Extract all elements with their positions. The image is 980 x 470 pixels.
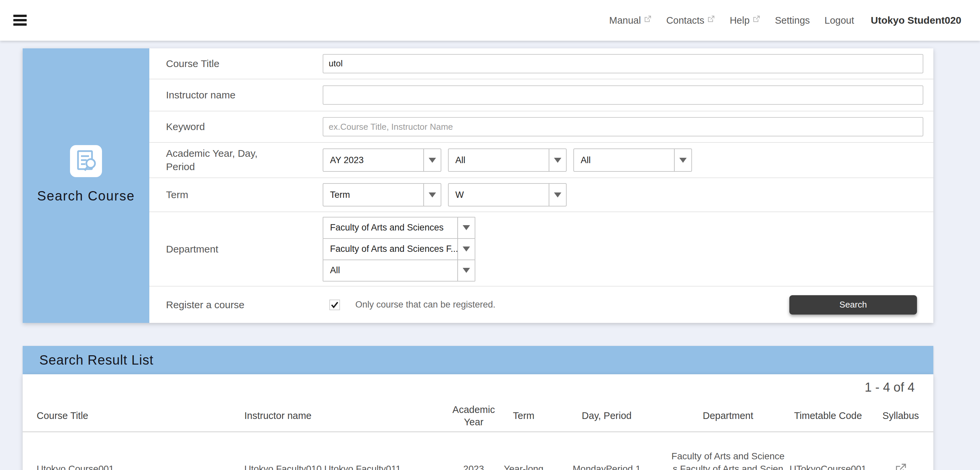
syllabus-link[interactable] <box>868 463 933 470</box>
col-timetable-code: Timetable Code <box>788 409 868 422</box>
form-row-ay-day-period: Academic Year, Day, Period AY 2023 All A… <box>150 143 933 178</box>
topbar: Manual Contacts Help Settings Logout Uto… <box>0 0 980 41</box>
department-value-2: Faculty of Arts and Sciences F... <box>323 244 457 254</box>
col-syllabus: Syllabus <box>868 409 933 422</box>
department-select-1[interactable]: Faculty of Arts and Sciences <box>323 217 475 239</box>
register-label: Register a course <box>166 298 269 312</box>
academic-year-value: AY 2023 <box>323 155 423 166</box>
nav-settings[interactable]: Settings <box>775 15 810 26</box>
chevron-down-icon <box>549 184 566 206</box>
col-term: Term <box>502 409 545 422</box>
panel-title: Search Course <box>23 188 150 204</box>
external-link-icon <box>752 15 760 23</box>
nav-logout-label: Logout <box>825 15 854 26</box>
nav-contacts-label: Contacts <box>667 15 704 26</box>
col-course-title: Course Title <box>23 409 244 422</box>
nav-contacts[interactable]: Contacts <box>667 15 715 26</box>
form-row-term: Term Term W <box>150 178 933 212</box>
menu-icon[interactable] <box>13 15 27 25</box>
col-department: Department <box>668 409 788 422</box>
term-label: Term <box>166 188 269 201</box>
external-link-icon <box>644 15 652 23</box>
form-row-course-title: Course Title <box>150 48 933 80</box>
department-select-3[interactable]: All <box>323 260 475 282</box>
day-select[interactable]: All <box>448 148 567 172</box>
term-type-select[interactable]: Term <box>323 183 441 207</box>
chevron-down-icon <box>457 239 475 260</box>
period-select[interactable]: All <box>573 148 692 172</box>
check-icon <box>330 301 339 309</box>
nav-logout[interactable]: Logout <box>825 15 854 26</box>
department-value-3: All <box>323 265 457 276</box>
cell-academic-year: 2023 <box>445 463 502 470</box>
course-title-label: Course Title <box>166 57 269 70</box>
search-course-panel: Search Course <box>23 48 150 323</box>
chevron-down-icon <box>423 184 441 206</box>
term-value: W <box>449 190 549 200</box>
external-link-icon <box>894 463 907 470</box>
form-row-department: Department Faculty of Arts and Sciences … <box>150 212 933 287</box>
chevron-down-icon <box>457 217 475 238</box>
keyword-label: Keyword <box>166 120 269 134</box>
user-name: Utokyo Student020 <box>871 15 961 26</box>
academic-year-select[interactable]: AY 2023 <box>323 148 441 172</box>
chevron-down-icon <box>423 149 441 171</box>
table-row: Utokyo Course001 Utokyo Faculty010,Utoky… <box>23 432 933 470</box>
instructor-label: Instructor name <box>166 88 269 102</box>
cell-timetable-code: UTokyoCourse001 <box>788 463 868 470</box>
nav-settings-label: Settings <box>775 15 810 26</box>
form-row-keyword: Keyword <box>150 112 933 143</box>
department-value-1: Faculty of Arts and Sciences <box>323 223 457 233</box>
term-type-value: Term <box>323 190 423 200</box>
search-button[interactable]: Search <box>789 295 917 315</box>
cell-instructor-name: Utokyo Faculty010,Utokyo Faculty011 <box>244 463 445 470</box>
department-select-2[interactable]: Faculty of Arts and Sciences F... <box>323 238 475 260</box>
results-card: 1 - 4 of 4 Course Title Instructor name … <box>23 374 933 470</box>
search-course-card: Search Course Course Title Instructor na… <box>23 48 933 323</box>
results-table-header: Course Title Instructor name Academic Ye… <box>23 400 933 432</box>
nav-help[interactable]: Help <box>730 15 760 26</box>
term-value-select[interactable]: W <box>448 183 567 207</box>
chevron-down-icon <box>674 149 691 171</box>
course-title-input[interactable] <box>323 54 923 73</box>
day-value: All <box>449 155 549 166</box>
nav-manual[interactable]: Manual <box>609 15 652 26</box>
cell-day-period: MondayPeriod 1 <box>545 463 668 470</box>
register-checkbox-label: Only course that can be registered. <box>355 300 495 310</box>
register-checkbox[interactable] <box>329 300 340 310</box>
cell-department: Faculty of Arts and Sciences Faculty of … <box>668 450 788 470</box>
top-navigation: Manual Contacts Help Settings Logout Uto… <box>609 0 961 41</box>
instructor-input[interactable] <box>323 85 923 105</box>
search-form: Course Title Instructor name Keyword Aca… <box>150 48 933 323</box>
col-day-period: Day, Period <box>545 409 668 422</box>
search-course-icon <box>70 145 102 177</box>
pagination-label: 1 - 4 of 4 <box>23 374 933 400</box>
keyword-input[interactable] <box>323 117 923 136</box>
col-instructor-name: Instructor name <box>244 409 445 422</box>
ay-day-period-label: Academic Year, Day, Period <box>166 147 269 174</box>
cell-course-title[interactable]: Utokyo Course001 <box>23 463 244 470</box>
form-row-instructor: Instructor name <box>150 80 933 112</box>
nav-help-label: Help <box>730 15 750 26</box>
chevron-down-icon <box>457 260 475 281</box>
department-entry: Faculty of Arts and Sciences <box>680 464 783 470</box>
col-academic-year: Academic Year <box>445 404 502 428</box>
cell-term: Year-long <box>502 463 545 470</box>
form-row-register: Register a course Only course that can b… <box>150 287 933 323</box>
results-header-bar: Search Result List <box>23 346 933 374</box>
period-value: All <box>574 155 674 166</box>
results-title: Search Result List <box>23 352 154 368</box>
nav-manual-label: Manual <box>609 15 641 26</box>
department-label: Department <box>166 242 269 256</box>
chevron-down-icon <box>549 149 566 171</box>
external-link-icon <box>707 15 715 23</box>
